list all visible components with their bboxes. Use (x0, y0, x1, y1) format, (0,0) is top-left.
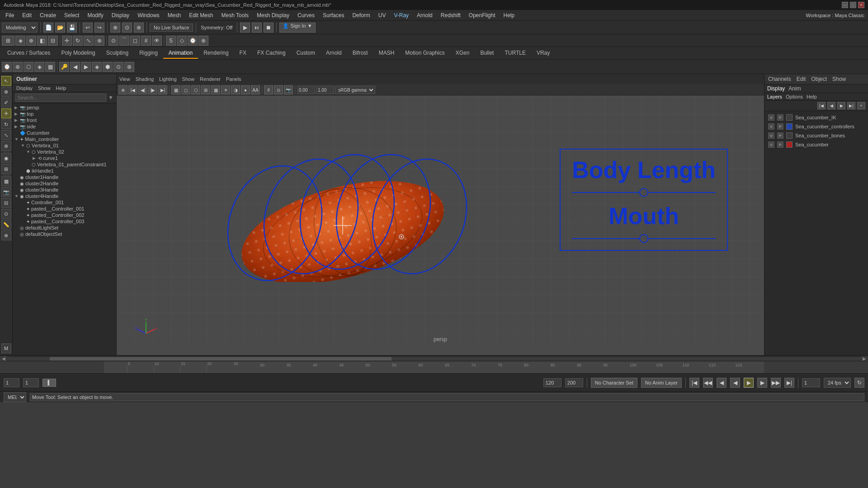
vp-icon-3[interactable]: ◀| (138, 85, 147, 94)
outliner-search-input[interactable] (15, 94, 106, 102)
snap-curve-btn[interactable]: ⌒ (119, 36, 129, 46)
frame-start-input[interactable] (4, 378, 19, 387)
outliner-item-side[interactable]: ▶ 📷 side (13, 123, 116, 130)
frame-end-input[interactable] (543, 378, 561, 387)
vp-icon-wireframe[interactable]: ◻ (181, 85, 190, 94)
tool2-btn[interactable]: ⊕ (26, 36, 36, 46)
tool4-btn[interactable]: ⊟ (48, 36, 58, 46)
layer-cucumber[interactable]: V P Sea_cucumber (767, 140, 865, 149)
universal-tool[interactable]: ⊗ (1, 141, 11, 151)
select-btn[interactable]: ⊕ (110, 23, 120, 33)
menu-deform[interactable]: Deform (349, 11, 373, 19)
vp-icon-aa[interactable]: AA (251, 85, 260, 94)
tab-fx-caching[interactable]: FX Caching (252, 48, 291, 59)
layer-p-btn[interactable]: P (777, 114, 783, 121)
vp-icon-texture[interactable]: ▦ (211, 85, 220, 94)
menu-mesh-tools[interactable]: Mesh Tools (218, 11, 252, 19)
paint-select-tool[interactable]: ⊕ (1, 87, 11, 97)
rp-sub-layers[interactable]: Layers (767, 94, 782, 99)
layer-nav-1[interactable]: |◀ (817, 102, 826, 109)
tab-mash[interactable]: MASH (373, 48, 400, 59)
tab-fx[interactable]: FX (234, 48, 252, 59)
range-start-indicator[interactable]: ▌ (42, 379, 56, 387)
menu-create[interactable]: Create (36, 11, 60, 19)
vp-icon-shadows[interactable]: ◑ (231, 85, 240, 94)
outliner-item-defaultobjectset[interactable]: ◎ defaultObjectSet (13, 231, 116, 237)
anim-icon7[interactable]: ◀ (70, 62, 80, 72)
close-btn[interactable]: ✕ (858, 2, 864, 8)
jump-start-btn[interactable]: |◀ (689, 378, 699, 388)
tab-vray[interactable]: VRay (531, 48, 555, 59)
tab-sculpting[interactable]: Sculpting (101, 48, 134, 59)
redo-btn[interactable]: ↪ (94, 23, 104, 33)
anim-icon1[interactable]: ⌚ (2, 62, 12, 72)
measure-icon[interactable]: 📏 (1, 220, 11, 230)
timeline-scrollbar[interactable] (7, 357, 861, 361)
tab-animation[interactable]: Animation (163, 48, 198, 59)
snap-grid2-btn[interactable]: # (141, 36, 151, 46)
layer-nav-5[interactable]: + (857, 102, 865, 109)
vp-icon-lights[interactable]: ☀ (221, 85, 230, 94)
play-back-btn[interactable]: ◀ (730, 378, 740, 388)
prev-frame-btn[interactable]: ◀◀ (703, 378, 713, 388)
mouth-slider-handle[interactable] (639, 234, 648, 243)
menu-help[interactable]: Help (500, 11, 519, 19)
outliner-item-cluster3[interactable]: ◉ cluster3Handle (13, 187, 116, 193)
menu-modify[interactable]: Modify (84, 11, 107, 19)
show-manip-tool[interactable]: ⊞ (1, 164, 11, 174)
menu-file[interactable]: File (2, 11, 18, 19)
current-frame-input[interactable] (23, 378, 39, 387)
frame-max-input[interactable] (565, 378, 583, 387)
menu-redshift[interactable]: Redshift (437, 11, 464, 19)
outliner-item-cluster4[interactable]: ▼ ◉ cluster4Handle (13, 193, 116, 199)
render-btn[interactable]: ▶ (240, 23, 250, 33)
vp-icon-hud[interactable]: ⊙ (274, 85, 283, 94)
next-key-btn[interactable]: ▶ (757, 378, 767, 388)
lasso-tool[interactable]: ✐ (1, 98, 11, 108)
vp-menu-show[interactable]: Show (182, 76, 195, 82)
maximize-btn[interactable]: □ (850, 2, 856, 8)
tab-arnold[interactable]: Arnold (321, 48, 347, 59)
anim-icon9[interactable]: ◈ (92, 62, 102, 72)
outliner-item-vertebra01constraint[interactable]: ⬡ Vertebra_01_parentConstraint1 (13, 161, 116, 168)
loop-btn[interactable]: ↻ (854, 378, 864, 388)
tab-turtle[interactable]: TURTLE (499, 48, 531, 59)
move-tool[interactable]: ✛ (1, 108, 11, 118)
layer-bones[interactable]: V P Sea_cucumber_bones (767, 131, 865, 140)
vp-icon-1[interactable]: ⊕ (118, 85, 127, 94)
tab-xgen[interactable]: XGen (450, 48, 475, 59)
tab-motion-graphics[interactable]: Motion Graphics (400, 48, 450, 59)
tab-custom[interactable]: Custom (291, 48, 321, 59)
layer-nav-4[interactable]: ▶| (847, 102, 855, 109)
constrain-btn[interactable]: ⊕ (198, 36, 208, 46)
layer-v-btn[interactable]: V (768, 132, 774, 139)
outliner-item-cucumber[interactable]: 🔷 Cucumber (13, 130, 116, 136)
vp-menu-view[interactable]: View (119, 76, 130, 82)
sym-btn[interactable]: ◇ (177, 36, 187, 46)
tool1-btn[interactable]: ◈ (15, 36, 25, 46)
layer-nav-3[interactable]: ▶ (837, 102, 845, 109)
anim-icon8[interactable]: ▶ (81, 62, 91, 72)
next-frame-btn[interactable]: ▶▶ (771, 378, 781, 388)
outliner-item-curve1[interactable]: ▶ ⟲ curve1 (13, 155, 116, 161)
tab-poly[interactable]: Poly Modeling (56, 48, 100, 59)
lasso-btn[interactable]: ⊙ (122, 23, 132, 33)
outliner-menu-help[interactable]: Help (56, 85, 66, 91)
menu-uv[interactable]: UV (375, 11, 390, 19)
play-fwd-btn[interactable]: ▶ (744, 378, 754, 388)
viewport-panel[interactable]: View Shading Lighting Show Renderer Pane… (117, 74, 764, 355)
rotate-btn[interactable]: ↻ (73, 36, 83, 46)
outliner-search-arrow[interactable]: ▼ (108, 94, 113, 101)
vp-icon-render[interactable]: ▦ (171, 85, 180, 94)
vp-icon-grid[interactable]: # (264, 85, 273, 94)
menu-openflight[interactable]: OpenFlight (465, 11, 499, 19)
layer-controllers[interactable]: V P Sea_cucumber_controllers (767, 122, 865, 131)
soft-tool[interactable]: ◉ (1, 153, 11, 163)
camera-icon[interactable]: 📷 (1, 187, 11, 197)
tab-bullet[interactable]: Bullet (475, 48, 499, 59)
outliner-item-defaultlightset[interactable]: ◎ defaultLightSet (13, 225, 116, 231)
anim-icon3[interactable]: ⬡ (24, 62, 33, 72)
status-message-input[interactable]: Move Tool: Select an object to move. (30, 393, 864, 401)
tool3-btn[interactable]: ◧ (37, 36, 47, 46)
layer-p-btn[interactable]: P (777, 132, 783, 139)
